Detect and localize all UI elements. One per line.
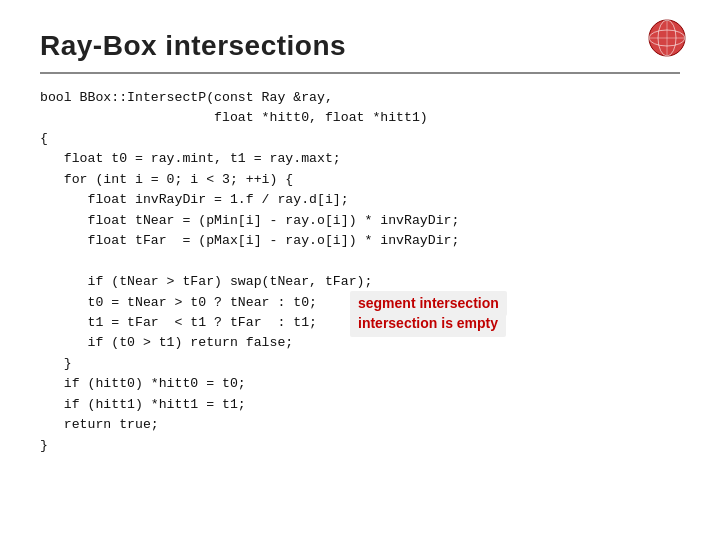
annotation-empty: intersection is empty	[350, 311, 506, 337]
code-line-1: bool BBox::IntersectP(const Ray &ray,	[40, 88, 680, 108]
code-line-9	[40, 252, 680, 272]
code-line-4: float t0 = ray.mint, t1 = ray.maxt;	[40, 149, 680, 169]
code-line-10: if (tNear > tFar) swap(tNear, tFar);	[40, 272, 680, 292]
code-line-3: {	[40, 129, 680, 149]
code-line-12: t1 = tFar < t1 ? tFar : t1;intersection …	[40, 313, 680, 333]
code-line-6: float invRayDir = 1.f / ray.d[i];	[40, 190, 680, 210]
code-line-7: float tNear = (pMin[i] - ray.o[i]) * inv…	[40, 211, 680, 231]
title-divider	[40, 72, 680, 74]
code-line-2: float *hitt0, float *hitt1)	[40, 108, 680, 128]
code-line-14: }	[40, 354, 680, 374]
code-line-8: float tFar = (pMax[i] - ray.o[i]) * invR…	[40, 231, 680, 251]
logo-icon	[635, 18, 690, 68]
code-line-11: t0 = tNear > t0 ? tNear : t0;segment int…	[40, 293, 680, 313]
code-line-13: if (t0 > t1) return false;	[40, 333, 680, 353]
page-title: Ray-Box intersections	[40, 30, 680, 62]
code-line-5: for (int i = 0; i < 3; ++i) {	[40, 170, 680, 190]
code-line-17: return true;	[40, 415, 680, 435]
code-block: bool BBox::IntersectP(const Ray &ray, fl…	[40, 88, 680, 456]
code-line-18: }	[40, 436, 680, 456]
code-line-16: if (hitt1) *hitt1 = t1;	[40, 395, 680, 415]
code-line-15: if (hitt0) *hitt0 = t0;	[40, 374, 680, 394]
slide: Ray-Box intersections bool BBox::Interse…	[0, 0, 720, 540]
